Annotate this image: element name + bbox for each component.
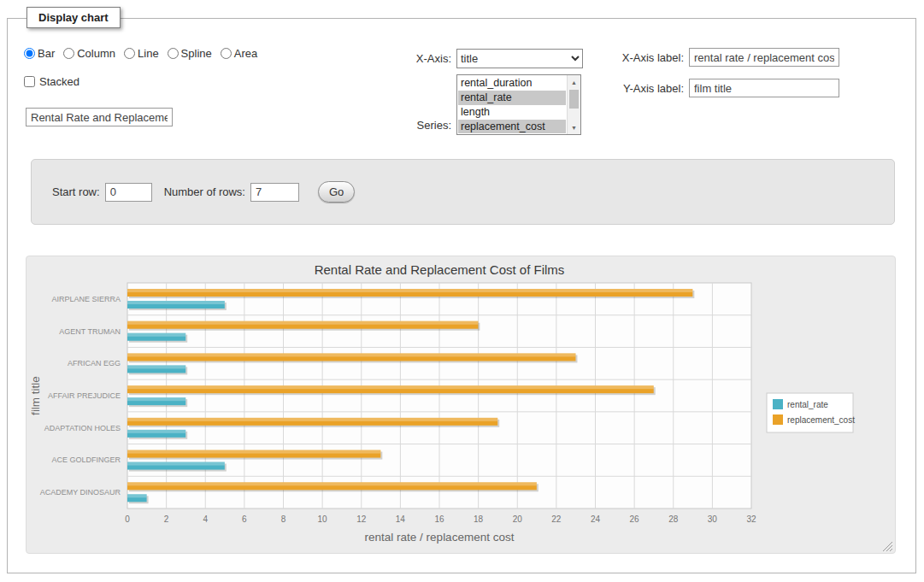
chart-type-radio-bar[interactable]: Bar [24, 47, 55, 60]
x-axis-select-label: X-Axis: [368, 52, 451, 65]
y-axis-label-label: Y-Axis label: [598, 82, 684, 95]
number-of-rows-input[interactable] [250, 183, 299, 202]
stacked-option[interactable]: Stacked [24, 75, 79, 88]
go-button[interactable]: Go [318, 181, 355, 203]
chart-type-radio-input-area[interactable] [221, 48, 232, 59]
svg-text:ACADEMY DINOSAUR: ACADEMY DINOSAUR [40, 488, 121, 497]
svg-text:ACE GOLDFINGER: ACE GOLDFINGER [51, 456, 121, 464]
chart-type-radio-line[interactable]: Line [124, 47, 159, 60]
svg-text:26: 26 [630, 514, 640, 524]
chart-svg: 02468101214161820222426283032AIRPLANE SI… [26, 256, 897, 555]
svg-text:16: 16 [434, 514, 444, 524]
svg-text:Rental Rate and Replacement Co: Rental Rate and Replacement Cost of Film… [315, 262, 565, 277]
svg-text:AFFAIR PREJUDICE: AFFAIR PREJUDICE [48, 391, 121, 400]
chart-type-radio-input-spline[interactable] [168, 48, 179, 59]
chart-legend: rental_ratereplacement_cost [767, 393, 855, 432]
start-row-label: Start row: [52, 185, 100, 198]
svg-text:28: 28 [668, 514, 679, 524]
number-of-rows-label: Number of rows: [164, 185, 245, 198]
svg-text:18: 18 [474, 514, 484, 524]
chart-type-radio-text-area: Area [234, 47, 257, 60]
chart-type-radios: BarColumnLineSplineArea [24, 47, 257, 60]
page: Display chart BarColumnLineSplineArea St… [0, 0, 924, 582]
svg-text:24: 24 [591, 514, 601, 524]
chart-type-radio-spline[interactable]: Spline [168, 47, 212, 60]
svg-text:10: 10 [318, 514, 328, 524]
svg-text:ADAPTATION HOLES: ADAPTATION HOLES [44, 424, 121, 432]
chart-type-radio-input-column[interactable] [63, 48, 74, 59]
series-option-rental_duration[interactable]: rental_duration [458, 76, 566, 91]
x-axis-select[interactable]: title [456, 49, 583, 68]
svg-text:replacement_cost: replacement_cost [787, 415, 855, 425]
series-option-rental_rate[interactable]: rental_rate [458, 91, 566, 105]
svg-text:4: 4 [203, 514, 208, 524]
series-listbox-scrollbar[interactable]: ▲ ▼ [567, 75, 580, 134]
svg-text:AFRICAN EGG: AFRICAN EGG [68, 359, 121, 367]
svg-text:2: 2 [164, 514, 169, 524]
svg-text:8: 8 [281, 514, 286, 524]
svg-text:rental_rate: rental_rate [787, 400, 828, 409]
svg-text:22: 22 [551, 514, 562, 524]
svg-text:AGENT TRUMAN: AGENT TRUMAN [59, 327, 121, 336]
chart-type-radio-input-bar[interactable] [24, 48, 35, 59]
chart-type-radio-input-line[interactable] [124, 48, 135, 59]
y-axis-label-input[interactable] [689, 79, 839, 97]
stacked-label: Stacked [39, 75, 79, 88]
svg-text:6: 6 [242, 514, 247, 524]
series-listbox-label: Series: [368, 119, 451, 132]
chart-title-input[interactable] [26, 108, 173, 126]
scroll-down-icon[interactable]: ▼ [568, 121, 580, 134]
chart-type-radio-text-line: Line [138, 47, 159, 60]
svg-text:14: 14 [396, 514, 406, 524]
series-listbox[interactable]: rental_durationrental_ratelengthreplacem… [456, 74, 581, 135]
x-axis-label-label: X-Axis label: [598, 51, 684, 64]
x-axis-label-input[interactable] [689, 48, 839, 67]
resize-grip-icon[interactable] [883, 542, 892, 551]
svg-text:rental rate / replacement cost: rental rate / replacement cost [365, 531, 515, 544]
svg-text:12: 12 [356, 514, 367, 524]
series-listbox-options: rental_durationrental_ratelengthreplacem… [458, 76, 566, 133]
chart-type-radio-text-bar: Bar [38, 47, 55, 60]
scrollbar-thumb[interactable] [569, 90, 579, 109]
series-option-length[interactable]: length [458, 105, 566, 120]
stacked-checkbox[interactable] [24, 76, 35, 87]
svg-text:film title: film title [29, 376, 42, 415]
svg-text:0: 0 [125, 514, 130, 524]
series-option-replacement_cost[interactable]: replacement_cost [458, 120, 566, 133]
svg-text:20: 20 [513, 514, 523, 524]
chart-type-radio-text-column: Column [77, 47, 115, 60]
scroll-up-icon[interactable]: ▲ [568, 75, 580, 89]
display-chart-legend: Display chart [26, 7, 121, 28]
chart-type-radio-column[interactable]: Column [63, 47, 115, 60]
start-row-input[interactable] [105, 183, 152, 202]
chart-type-radio-area[interactable]: Area [221, 47, 257, 60]
row-range-panel: Start row: Number of rows: Go [31, 159, 895, 225]
svg-text:30: 30 [708, 514, 718, 524]
chart-type-radio-text-spline: Spline [181, 47, 212, 60]
svg-text:AIRPLANE SIERRA: AIRPLANE SIERRA [51, 295, 121, 303]
svg-text:32: 32 [746, 514, 756, 524]
chart-panel: 02468101214161820222426283032AIRPLANE SI… [26, 256, 896, 554]
